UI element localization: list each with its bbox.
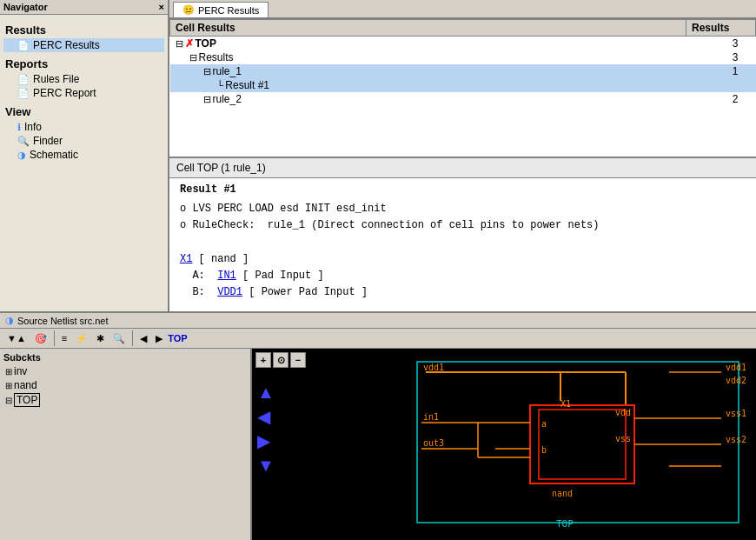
toolbar-btn-fwd[interactable]: ▶ bbox=[152, 331, 166, 346]
toolbar-btn-1[interactable]: ▼▲ bbox=[3, 331, 30, 345]
subckt-label-inv: inv bbox=[14, 365, 27, 377]
svg-text:nand: nand bbox=[552, 489, 573, 498]
page-icon: 📄 bbox=[17, 40, 30, 51]
sidebar-item-label: Rules File bbox=[33, 73, 79, 85]
arrow-left[interactable]: ◀ bbox=[257, 408, 275, 425]
toolbar-btn-back[interactable]: ◀ bbox=[136, 331, 150, 346]
toolbar-btn-4[interactable]: ⚡ bbox=[72, 331, 91, 346]
detail-line-3: X1 [ nand ] bbox=[180, 251, 746, 268]
detail-line-2: o RuleCheck: rule_1 (Direct connection o… bbox=[180, 217, 746, 234]
sidebar-item-schematic[interactable]: ◑ Schematic bbox=[3, 148, 164, 162]
tab-bar: 😐 PERC Results bbox=[169, 0, 756, 19]
subckt-title: Subckts bbox=[3, 352, 247, 363]
result-title-text: Result #1 bbox=[180, 183, 236, 196]
svg-text:b: b bbox=[541, 445, 547, 455]
table-row[interactable]: ⊟rule_11 bbox=[170, 64, 756, 78]
col-results: Results bbox=[686, 20, 756, 37]
result-title: Result #1 bbox=[180, 183, 746, 196]
arrow-up[interactable]: ▲ bbox=[257, 383, 275, 401]
detail-line-5: B: VDD1 [ Power Pad Input ] bbox=[180, 284, 746, 301]
sidebar-item-perc-results[interactable]: 📄 PERC Results bbox=[3, 38, 164, 52]
subckt-label-nand: nand bbox=[14, 379, 37, 391]
nav-arrows: ▲ ◀ ▶ ▼ bbox=[257, 383, 275, 474]
svg-text:a: a bbox=[541, 419, 547, 429]
tab-label: PERC Results bbox=[198, 5, 259, 16]
svg-text:X1: X1 bbox=[560, 399, 571, 409]
result-detail: Result #1 o LVS PERC LOAD esd INIT esd_i… bbox=[169, 178, 756, 311]
zoom-fit-button[interactable]: ⊙ bbox=[273, 352, 288, 368]
subckt-item-nand[interactable]: ⊞ nand bbox=[3, 378, 247, 392]
zoom-in-button[interactable]: + bbox=[255, 352, 271, 368]
results-pane: 😐 PERC Results Cell Results Results ⊟✗TO… bbox=[169, 0, 756, 311]
nav-results-header: Results bbox=[3, 22, 164, 38]
arrow-right[interactable]: ▶ bbox=[257, 432, 275, 450]
svg-text:in1: in1 bbox=[423, 412, 439, 422]
navigator-panel: Navigator × Results 📄 PERC Results Repor… bbox=[0, 0, 169, 311]
table-row[interactable]: ⊟Results3 bbox=[170, 50, 756, 64]
link-vdd1[interactable]: VDD1 bbox=[217, 286, 242, 298]
table-row[interactable]: ⊟rule_22 bbox=[170, 92, 756, 106]
sidebar-item-info[interactable]: ℹ Info bbox=[3, 120, 164, 134]
svg-text:TOP: TOP bbox=[556, 518, 574, 530]
table-row[interactable]: └Result #1 bbox=[170, 78, 756, 92]
schematic-canvas: + ⊙ − ▲ ◀ ▶ ▼ bbox=[252, 349, 756, 540]
toolbar-btn-search[interactable]: 🔍 bbox=[109, 331, 129, 346]
bottom-area: ◑ Source Netlist src.net ▼▲ 🎯 ≡ ⚡ ✱ 🔍 ◀ … bbox=[0, 313, 756, 540]
expand-inv: ⊞ bbox=[5, 367, 12, 377]
doc-icon: 📄 bbox=[17, 74, 30, 85]
sidebar-item-label: PERC Results bbox=[33, 39, 100, 51]
zoom-controls: + ⊙ − bbox=[255, 352, 306, 368]
nav-reports-header: Reports bbox=[3, 56, 164, 72]
detail-line-spacer bbox=[180, 234, 746, 250]
svg-text:vss1: vss1 bbox=[726, 409, 746, 418]
nav-view-header: View bbox=[3, 103, 164, 120]
netlist-toolbar: ▼▲ 🎯 ≡ ⚡ ✱ 🔍 ◀ ▶ TOP bbox=[0, 329, 756, 349]
netlist-title-icon: ◑ bbox=[5, 315, 14, 326]
svg-text:out3: out3 bbox=[423, 438, 444, 448]
svg-text:vss2: vss2 bbox=[726, 435, 746, 444]
link-x1[interactable]: X1 bbox=[180, 253, 192, 265]
navigator-title: Navigator bbox=[3, 2, 48, 12]
navigator-titlebar: Navigator × bbox=[0, 0, 168, 15]
top-label[interactable]: TOP bbox=[168, 333, 187, 343]
netlist-title-bar: ◑ Source Netlist src.net bbox=[0, 313, 756, 329]
table-row[interactable]: ⊟✗TOP3 bbox=[170, 37, 756, 51]
toolbar-btn-3[interactable]: ≡ bbox=[58, 331, 70, 345]
sidebar-item-perc-report[interactable]: 📄 PERC Report bbox=[3, 86, 164, 100]
zoom-out-button[interactable]: − bbox=[290, 352, 306, 368]
toolbar-sep-1 bbox=[54, 330, 55, 346]
toolbar-btn-5[interactable]: ✱ bbox=[93, 331, 108, 346]
svg-text:vss: vss bbox=[615, 434, 631, 443]
tab-perc-results[interactable]: 😐 PERC Results bbox=[173, 2, 269, 17]
toolbar-btn-2[interactable]: 🎯 bbox=[31, 331, 50, 346]
info-icon: ℹ bbox=[17, 122, 21, 133]
link-in1[interactable]: IN1 bbox=[217, 270, 236, 282]
tab-icon: 😐 bbox=[182, 4, 195, 16]
results-table-area: Cell Results Results ⊟✗TOP3⊟Results3⊟rul… bbox=[169, 19, 756, 158]
navigator-content: Results 📄 PERC Results Reports 📄 Rules F… bbox=[0, 15, 168, 311]
results-table: Cell Results Results ⊟✗TOP3⊟Results3⊟rul… bbox=[169, 19, 756, 106]
schematic-icon: ◑ bbox=[17, 150, 26, 161]
bottom-content: Subckts ⊞ inv ⊞ nand ⊟ TOP + ⊙ − ▲ bbox=[0, 349, 756, 540]
sidebar-item-label: PERC Report bbox=[33, 87, 96, 99]
subckt-item-inv[interactable]: ⊞ inv bbox=[3, 364, 247, 378]
expand-top: ⊟ bbox=[5, 396, 12, 405]
svg-text:vdd1: vdd1 bbox=[423, 363, 444, 372]
finder-icon: 🔍 bbox=[17, 136, 30, 147]
schematic-svg: vdd1 in1 out3 X1 a b vdd vss vdd1 vdd2 v… bbox=[252, 349, 756, 540]
expand-nand: ⊞ bbox=[5, 381, 12, 390]
navigator-close-button[interactable]: × bbox=[159, 2, 164, 12]
subckt-panel: Subckts ⊞ inv ⊞ nand ⊟ TOP bbox=[0, 349, 252, 540]
sidebar-item-finder[interactable]: 🔍 Finder bbox=[3, 134, 164, 148]
svg-text:vdd2: vdd2 bbox=[726, 376, 746, 385]
detail-line-1: o LVS PERC LOAD esd INIT esd_init bbox=[180, 201, 746, 217]
cell-info-text: Cell TOP (1 rule_1) bbox=[176, 162, 266, 174]
subckt-item-top[interactable]: ⊟ TOP bbox=[3, 392, 247, 408]
arrow-down[interactable]: ▼ bbox=[257, 457, 275, 474]
netlist-title: Source Netlist src.net bbox=[17, 316, 109, 326]
cell-info: Cell TOP (1 rule_1) bbox=[169, 158, 756, 178]
svg-text:vdd1: vdd1 bbox=[726, 363, 746, 372]
sidebar-item-rules-file[interactable]: 📄 Rules File bbox=[3, 72, 164, 86]
sidebar-item-label: Schematic bbox=[30, 149, 78, 161]
subckt-label-top: TOP bbox=[14, 393, 40, 407]
